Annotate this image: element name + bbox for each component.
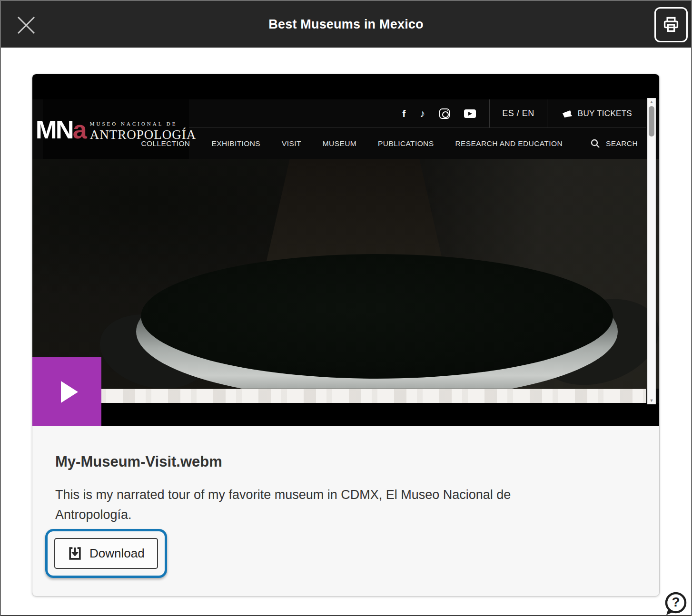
museum-logo: MNa MUSEO NACIONAL DE ANTROPOLOGÍA <box>43 99 189 159</box>
close-icon <box>15 14 37 36</box>
print-button[interactable] <box>654 7 688 42</box>
media-card: MNa MUSEO NACIONAL DE ANTROPOLOGÍA f ♪ E… <box>32 74 660 596</box>
instagram-icon[interactable] <box>439 108 450 119</box>
file-info: My-Museum-Visit.webm This is my narrated… <box>32 426 659 596</box>
play-icon <box>61 381 78 403</box>
nav-item-publications[interactable]: PUBLICATIONS <box>378 139 434 148</box>
video-preview[interactable]: MNa MUSEO NACIONAL DE ANTROPOLOGÍA f ♪ E… <box>32 74 659 426</box>
facebook-icon[interactable]: f <box>402 108 405 119</box>
scroll-down-icon[interactable]: ▼ <box>650 397 654 404</box>
help-icon: ? <box>662 590 688 616</box>
nav-item-museum[interactable]: MUSEUM <box>323 139 356 148</box>
modal-header: Best Museums in Mexico <box>1 1 691 48</box>
logo-line1: MUSEO NACIONAL DE <box>90 121 197 127</box>
tiktok-icon[interactable]: ♪ <box>420 108 425 120</box>
logo-a: a <box>73 115 87 144</box>
fountain-pond <box>141 254 613 379</box>
social-links: f ♪ <box>389 99 489 127</box>
file-name: My-Museum-Visit.webm <box>55 453 636 470</box>
youtube-icon[interactable] <box>464 109 476 118</box>
file-description: This is my narrated tour of my favorite … <box>55 485 555 525</box>
site-search[interactable]: SEARCH <box>591 139 638 148</box>
nav-item-visit[interactable]: VISIT <box>282 139 301 148</box>
scrollbar-thumb[interactable] <box>649 106 654 137</box>
printer-icon <box>662 16 680 34</box>
site-utility-bar: f ♪ ES / EN BUY TICKETS <box>189 99 646 128</box>
site-nav: COLLECTION EXHIBITIONS VISIT MUSEUM PUBL… <box>189 128 646 159</box>
museum-courtyard-image <box>32 159 659 389</box>
download-callout-highlight: Download <box>45 529 167 578</box>
logo-mark: MNa <box>36 117 87 142</box>
nav-item-research-education[interactable]: RESEARCH AND EDUCATION <box>455 139 563 148</box>
close-button[interactable] <box>15 14 37 36</box>
nav-item-collection[interactable]: COLLECTION <box>141 139 190 148</box>
search-label: SEARCH <box>606 139 638 148</box>
site-scrollbar[interactable]: ▲ ▼ <box>647 98 656 404</box>
stone-column <box>265 159 445 269</box>
svg-text:?: ? <box>672 595 680 609</box>
download-icon <box>68 546 82 561</box>
site-footer-strip <box>32 389 646 403</box>
download-label: Download <box>89 546 145 561</box>
ticket-icon <box>562 109 573 118</box>
scroll-up-icon[interactable]: ▲ <box>650 98 654 105</box>
play-button[interactable] <box>32 357 101 426</box>
website-screenshot: MNa MUSEO NACIONAL DE ANTROPOLOGÍA f ♪ E… <box>32 99 659 403</box>
nav-item-exhibitions[interactable]: EXHIBITIONS <box>211 139 260 148</box>
language-toggle[interactable]: ES / EN <box>490 99 547 127</box>
help-button[interactable]: ? <box>662 590 688 616</box>
buy-tickets-link[interactable]: BUY TICKETS <box>547 99 646 127</box>
search-icon <box>591 139 600 148</box>
modal-title: Best Museums in Mexico <box>268 17 424 32</box>
download-button[interactable]: Download <box>54 538 158 569</box>
video-letterbox <box>32 404 659 426</box>
buy-tickets-label: BUY TICKETS <box>578 109 632 118</box>
